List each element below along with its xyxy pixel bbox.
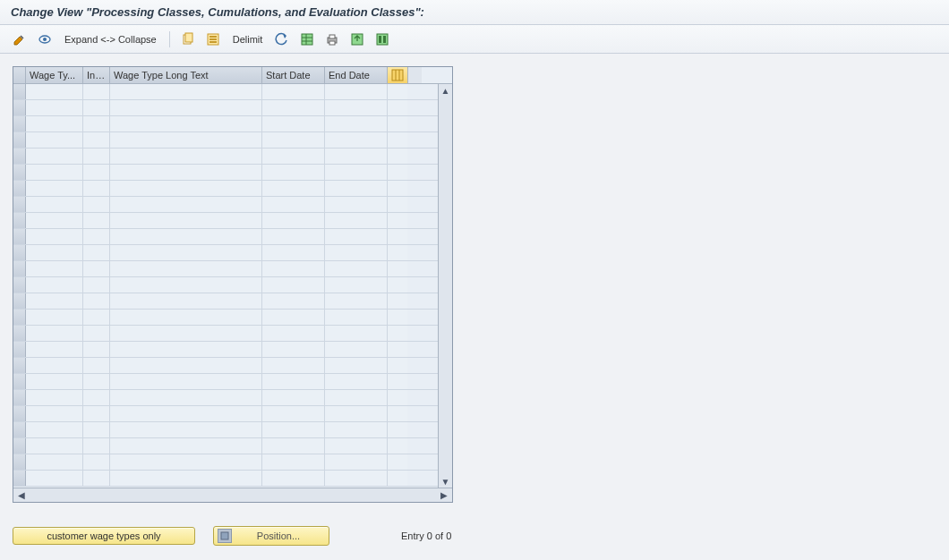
cell-inf[interactable] <box>83 358 110 373</box>
row-selector[interactable] <box>13 181 26 196</box>
table-row[interactable] <box>13 406 438 422</box>
scroll-left-icon[interactable]: ◀ <box>15 489 28 502</box>
cell-end-date[interactable] <box>325 374 388 389</box>
cell-wage-type[interactable] <box>26 116 83 132</box>
cell-start-date[interactable] <box>262 148 325 164</box>
cell-start-date[interactable] <box>262 342 325 357</box>
cell-end-date[interactable] <box>325 438 388 454</box>
cell-start-date[interactable] <box>262 390 325 405</box>
cell-long-text[interactable] <box>110 390 262 405</box>
cell-inf[interactable] <box>83 245 110 260</box>
cell-long-text[interactable] <box>110 326 262 341</box>
row-selector[interactable] <box>13 471 26 486</box>
cell-start-date[interactable] <box>262 326 325 341</box>
cell-end-date[interactable] <box>325 326 388 341</box>
cell-inf[interactable] <box>83 181 110 196</box>
cell-wage-type[interactable] <box>26 261 83 276</box>
cell-wage-type[interactable] <box>26 471 83 486</box>
table-row[interactable] <box>13 84 438 100</box>
cell-wage-type[interactable] <box>26 422 83 437</box>
row-selector[interactable] <box>13 454 26 470</box>
cell-end-date[interactable] <box>325 390 388 405</box>
cell-wage-type[interactable] <box>26 454 83 470</box>
table-row[interactable] <box>13 100 438 116</box>
other-view-icon[interactable] <box>34 30 56 48</box>
cell-wage-type[interactable] <box>26 197 83 212</box>
row-selector[interactable] <box>13 374 26 389</box>
table-row[interactable] <box>13 422 438 438</box>
cell-inf[interactable] <box>83 261 110 276</box>
row-selector[interactable] <box>13 390 26 405</box>
row-selector[interactable] <box>13 293 26 309</box>
row-selector[interactable] <box>13 165 26 180</box>
cell-inf[interactable] <box>83 438 110 454</box>
row-selector[interactable] <box>13 438 26 454</box>
cell-long-text[interactable] <box>110 422 262 437</box>
cell-start-date[interactable] <box>262 116 325 132</box>
table-row[interactable] <box>13 116 438 132</box>
copy-icon[interactable] <box>177 30 199 48</box>
scroll-down-icon[interactable]: ▼ <box>440 475 452 488</box>
cell-wage-type[interactable] <box>26 342 83 357</box>
cell-start-date[interactable] <box>262 471 325 486</box>
cell-long-text[interactable] <box>110 165 262 180</box>
column-wage-type[interactable]: Wage Ty... <box>26 67 83 83</box>
cell-long-text[interactable] <box>110 342 262 357</box>
horizontal-scrollbar[interactable]: ◀ ▶ <box>13 488 452 502</box>
cell-start-date[interactable] <box>262 100 325 115</box>
cell-wage-type[interactable] <box>26 438 83 454</box>
cell-long-text[interactable] <box>110 293 262 309</box>
cell-end-date[interactable] <box>325 406 388 421</box>
cell-long-text[interactable] <box>110 229 262 244</box>
cell-wage-type[interactable] <box>26 165 83 180</box>
cell-long-text[interactable] <box>110 277 262 293</box>
cell-start-date[interactable] <box>262 261 325 276</box>
cell-inf[interactable] <box>83 84 110 99</box>
cell-start-date[interactable] <box>262 197 325 212</box>
table-row[interactable] <box>13 229 438 245</box>
position-button[interactable]: Position... <box>213 526 329 546</box>
cell-wage-type[interactable] <box>26 406 83 421</box>
table-row[interactable] <box>13 132 438 148</box>
cell-start-date[interactable] <box>262 454 325 470</box>
cell-end-date[interactable] <box>325 358 388 373</box>
cell-inf[interactable] <box>83 310 110 325</box>
cell-long-text[interactable] <box>110 438 262 454</box>
cell-start-date[interactable] <box>262 229 325 244</box>
cell-start-date[interactable] <box>262 165 325 180</box>
toggle-display-change-icon[interactable] <box>9 30 30 48</box>
cell-long-text[interactable] <box>110 358 262 373</box>
cell-end-date[interactable] <box>325 229 388 244</box>
row-selector[interactable] <box>13 326 26 341</box>
cell-long-text[interactable] <box>110 181 262 196</box>
row-selector[interactable] <box>13 358 26 373</box>
cell-end-date[interactable] <box>325 116 388 132</box>
cell-long-text[interactable] <box>110 471 262 486</box>
cell-long-text[interactable] <box>110 116 262 132</box>
cell-inf[interactable] <box>83 116 110 132</box>
cell-end-date[interactable] <box>325 454 388 470</box>
table-config-icon[interactable] <box>388 67 407 83</box>
cell-inf[interactable] <box>83 132 110 148</box>
cell-inf[interactable] <box>83 213 110 228</box>
row-selector[interactable] <box>13 116 26 132</box>
cell-long-text[interactable] <box>110 406 262 421</box>
cell-inf[interactable] <box>83 229 110 244</box>
export-icon[interactable] <box>346 30 368 48</box>
row-selector[interactable] <box>13 84 26 99</box>
cell-end-date[interactable] <box>325 245 388 260</box>
cell-wage-type[interactable] <box>26 229 83 244</box>
cell-end-date[interactable] <box>325 148 388 164</box>
cell-wage-type[interactable] <box>26 181 83 196</box>
table-row[interactable] <box>13 245 438 261</box>
cell-long-text[interactable] <box>110 261 262 276</box>
table-row[interactable] <box>13 277 438 293</box>
cell-start-date[interactable] <box>262 181 325 196</box>
scroll-up-icon[interactable]: ▲ <box>440 84 452 97</box>
cell-long-text[interactable] <box>110 84 262 99</box>
row-selector[interactable] <box>13 245 26 260</box>
table-row[interactable] <box>13 358 438 374</box>
row-selector[interactable] <box>13 132 26 148</box>
delimit-button[interactable]: Delimit <box>227 34 269 45</box>
scroll-right-icon[interactable]: ▶ <box>438 489 450 502</box>
